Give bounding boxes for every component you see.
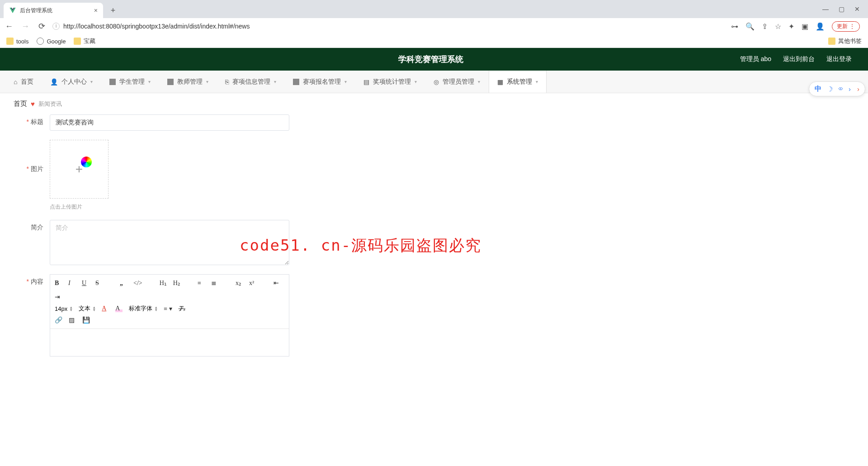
intro-textarea[interactable] <box>50 220 289 265</box>
align-button[interactable]: ≡ ▾ <box>164 305 172 313</box>
close-window-icon[interactable]: ✕ <box>854 5 860 13</box>
forward-icon[interactable]: → <box>20 22 31 31</box>
sidepanel-icon[interactable]: ▣ <box>802 22 808 31</box>
bold-button[interactable]: B <box>55 280 62 287</box>
underline-button[interactable]: U <box>82 280 89 287</box>
logout-front-button[interactable]: 退出到前台 <box>783 55 815 63</box>
ime-toolbar[interactable]: 中 ☽ ᯣ › › <box>809 81 865 96</box>
vue-icon <box>9 7 16 14</box>
quote-button[interactable]: „ <box>120 280 127 287</box>
nav-personal[interactable]: 👤个人中心▾ <box>42 71 101 93</box>
user-label[interactable]: 管理员 abo <box>740 55 771 63</box>
close-icon[interactable]: × <box>94 7 98 14</box>
editor-body[interactable] <box>50 329 289 356</box>
update-button[interactable]: 更新 ⋮ <box>832 21 860 32</box>
globe-icon <box>37 38 44 45</box>
app-title: 学科竞赛管理系统 <box>122 54 740 65</box>
app-header: 学科竞赛管理系统 管理员 abo 退出到前台 退出登录 <box>0 48 868 71</box>
bookmark-icon[interactable]: ☆ <box>775 22 781 31</box>
list-icon <box>109 79 116 85</box>
image-upload[interactable]: + <box>50 140 108 199</box>
bookmark-other[interactable]: 其他书签 <box>828 37 862 45</box>
bookmark-tools[interactable]: tools <box>6 38 28 45</box>
user-icon: 👤 <box>50 78 58 86</box>
breadcrumb-current: 新闻资讯 <box>38 100 62 108</box>
folder-icon <box>74 38 81 45</box>
logout-button[interactable]: 退出登录 <box>826 55 852 63</box>
nav-contest-reg[interactable]: 赛项报名管理▾ <box>285 71 355 93</box>
blocktype-select[interactable]: 文本▴▾ <box>79 304 95 313</box>
fontcolor-button[interactable]: A <box>102 305 109 312</box>
url-display[interactable]: i http://localhost:8080/springbootpx13e/… <box>52 23 250 30</box>
minimize-icon[interactable]: — <box>822 5 829 13</box>
link-button[interactable]: 🔗 <box>55 316 62 324</box>
folder-icon <box>6 38 14 45</box>
nav-admin[interactable]: ◎管理员管理▾ <box>425 71 489 93</box>
tab-bar: 后台管理系统 × + — ▢ ✕ <box>0 0 868 18</box>
h1-button[interactable]: H₁ <box>160 279 167 287</box>
nav-home[interactable]: ⌂首页 <box>5 71 42 93</box>
maximize-icon[interactable]: ▢ <box>839 5 844 13</box>
loading-spinner-icon <box>81 157 92 167</box>
moon-icon[interactable]: ☽ <box>827 85 833 93</box>
list-icon <box>167 79 174 85</box>
home-icon: ⌂ <box>14 78 17 86</box>
superscript-button[interactable]: x² <box>249 280 256 287</box>
zoom-icon[interactable]: 🔍 <box>745 22 755 31</box>
nav-teacher[interactable]: 教师管理▾ <box>159 71 217 93</box>
ime-punct-icon[interactable]: ᯣ › <box>838 85 852 93</box>
save-button[interactable]: 💾 <box>82 316 90 324</box>
list-icon <box>293 79 299 85</box>
bookmark-treasure[interactable]: 宝藏 <box>74 37 95 45</box>
fontfamily-select[interactable]: 标准字体▴▾ <box>129 304 157 313</box>
content-label: *内容 <box>14 274 50 286</box>
password-icon[interactable]: ⊶ <box>731 22 738 31</box>
chevron-down-icon: ▾ <box>344 79 347 84</box>
info-icon[interactable]: i <box>52 23 60 30</box>
code-button[interactable]: </> <box>133 280 142 287</box>
h2-button[interactable]: H₂ <box>173 279 180 287</box>
breadcrumb: 首页 ♥ 新闻资讯 <box>0 93 868 114</box>
rich-editor: B I U S „ </> H₁ H₂ ≡ ≣ x₂ x² <box>50 274 289 357</box>
profile-icon[interactable]: 👤 <box>816 22 825 31</box>
editor-toolbar: B I U S „ </> H₁ H₂ ≡ ≣ x₂ x² <box>50 275 289 329</box>
nav-system[interactable]: ▦系统管理▾ <box>489 71 547 93</box>
bookmarks-bar: tools Google 宝藏 其他书签 <box>0 34 868 48</box>
indent-button[interactable]: ⇥ <box>55 293 62 301</box>
share-icon[interactable]: ⇪ <box>762 22 768 31</box>
strike-button[interactable]: S <box>95 280 103 287</box>
title-input[interactable] <box>50 114 289 131</box>
browser-chrome: 后台管理系统 × + — ▢ ✕ ← → ⟳ i http://localhos… <box>0 0 868 48</box>
ol-button[interactable]: ≡ <box>198 280 205 287</box>
chevron-down-icon: ▾ <box>536 79 538 84</box>
new-tab-button[interactable]: + <box>107 4 119 17</box>
image-button[interactable]: ▨ <box>69 316 76 324</box>
title-label: *标题 <box>14 114 50 131</box>
ime-lang-button[interactable]: 中 <box>815 85 821 93</box>
nav-contest-info[interactable]: ⎘赛项信息管理▾ <box>217 71 285 93</box>
intro-label: 简介 <box>14 220 50 232</box>
ul-button[interactable]: ≣ <box>211 279 218 287</box>
image-label: *图片 <box>14 140 50 173</box>
fontsize-select[interactable]: 14px▴▾ <box>55 305 72 312</box>
nav-student[interactable]: 学生管理▾ <box>101 71 159 93</box>
italic-button[interactable]: I <box>68 280 75 287</box>
nav-award[interactable]: ▤奖项统计管理▾ <box>355 71 425 93</box>
address-bar: ← → ⟳ i http://localhost:8080/springboot… <box>0 18 868 34</box>
extensions-icon[interactable]: ✦ <box>788 22 794 31</box>
browser-tab[interactable]: 后台管理系统 × <box>4 3 103 18</box>
bookmark-google[interactable]: Google <box>37 38 66 45</box>
chevron-down-icon: ▾ <box>478 79 480 84</box>
chevron-down-icon: ▾ <box>415 79 417 84</box>
clear-format-button[interactable]: T̷ₓ <box>179 305 186 313</box>
reload-icon[interactable]: ⟳ <box>36 21 47 31</box>
outdent-button[interactable]: ⇤ <box>274 279 281 287</box>
subscript-button[interactable]: x₂ <box>236 279 243 287</box>
chevron-right-icon[interactable]: › <box>857 85 859 93</box>
bgcolor-button[interactable]: A <box>115 305 123 312</box>
breadcrumb-home[interactable]: 首页 <box>14 100 27 108</box>
window-controls: — ▢ ✕ <box>822 5 868 13</box>
chart-icon: ▤ <box>363 78 369 86</box>
url-text: http://localhost:8080/springbootpx13e/ad… <box>63 23 250 30</box>
back-icon[interactable]: ← <box>4 22 14 31</box>
